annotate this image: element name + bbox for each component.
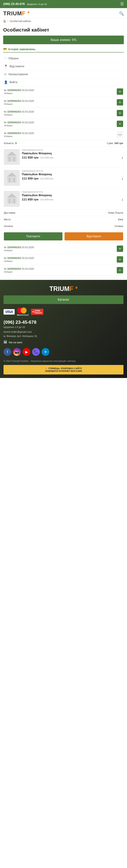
footer-schedule: Щоденно з 9 до 18 (3, 326, 124, 329)
expand-order-button[interactable]: + (117, 246, 123, 252)
expand-order-button[interactable]: + (117, 110, 123, 116)
footer-phone[interactable]: (096) 23-45-678 (3, 319, 124, 325)
breadcrumb-separator: > (7, 20, 9, 23)
order-row[interactable]: № 3255056253 03.03.2020 Успішно + (3, 119, 124, 129)
expand-order-button[interactable]: + (117, 267, 123, 273)
svg-rect-13 (14, 199, 15, 204)
viber-button[interactable]: 📞 (32, 348, 40, 356)
repeat-order-button[interactable]: Повторити (4, 232, 62, 241)
order-number: № 3255056253 03.03.2020 (4, 99, 117, 102)
facebook-button[interactable]: f (3, 348, 11, 356)
track-order-button[interactable]: Відстежити (65, 232, 123, 241)
order-status: Успішно (4, 271, 117, 273)
expand-order-button[interactable]: + (117, 99, 123, 105)
expand-order-button[interactable]: + (117, 256, 123, 262)
logo[interactable]: TRIUMF ♛ (3, 10, 30, 17)
order-row[interactable]: № 3255056253 03.03.2020 Успішно + (3, 265, 124, 276)
search-button[interactable]: 🔍 (119, 11, 124, 16)
nova-poshta-logo: ✉ НОВАПОШТА (31, 309, 43, 315)
product-details: ПАВІЛЬЙОНИ КРУГЛІ Павільйон Флоренц 111 … (22, 149, 123, 159)
product-details: ПАВІЛЬЙОНИ КРУГЛІ Павільйон Флоренц 111 … (22, 170, 123, 180)
gazebo-thumbnail (6, 151, 18, 163)
order-status: Успішно (4, 135, 117, 137)
order-number: № 3255056253 03.03.2020 (4, 268, 117, 270)
order-row[interactable]: № 3255056253 03.03.2020 Успішно + (3, 254, 124, 265)
product-quantity: 1 (122, 156, 123, 159)
telegram-button[interactable]: ✈ (42, 348, 49, 356)
logout-icon: 👤 (4, 80, 8, 84)
dev-sub: ЗАМОВИТИ ІНТЕРНЕТ-МАГАЗИН (45, 370, 82, 372)
phone-number[interactable]: (096) 23-45-678 (3, 2, 25, 6)
footer-logo[interactable]: TRIUMF ♛ (3, 285, 124, 292)
product-category: ПАВІЛЬЙОНИ КРУГЛІ (22, 149, 123, 151)
footer-catalog-button[interactable]: Каталог (3, 296, 124, 304)
order-number: № 3255056253 03.03.2020 (4, 257, 117, 259)
gear-icon: ⚙ (4, 72, 7, 76)
product-quantity: 1 (122, 198, 123, 201)
visa-logo: VISA (3, 309, 15, 315)
footer-map-link[interactable]: 🏛 Ми на мапі (3, 340, 124, 344)
favorites-label: Обране (8, 57, 19, 60)
product-name: Павільйон Флоренц (22, 152, 123, 155)
mastercard-logo: MasterCard (17, 308, 29, 316)
hamburger-menu[interactable]: ☰ (120, 2, 124, 6)
schedule-text: Щоденно з 9 до 18 (27, 3, 47, 5)
logo-accent: F (22, 10, 26, 17)
track-label: Відстежити (9, 65, 24, 68)
track-item[interactable]: 📍 Відстежити (3, 63, 124, 70)
sum-label: Сума: 345 грн (107, 142, 123, 145)
svg-rect-12 (9, 199, 10, 204)
header-phone-schedule: (096) 23-45-678 Щоденно з 9 до 18 (3, 2, 47, 6)
settings-label: Налаштування (8, 73, 28, 76)
product-quantity: 1 (122, 177, 123, 180)
home-icon[interactable]: 🏠 (3, 20, 6, 23)
footer: TRIUMF ♛ Каталог VISA MasterCard ✉ НОВАП… (0, 280, 127, 378)
order-row[interactable]: № 3255056253 03.03.2020 Успішно + (3, 86, 124, 97)
svg-marker-9 (7, 173, 17, 176)
city-label: Місто (4, 218, 10, 221)
delivery-value: Нова Пошта (108, 211, 123, 214)
city-row: Місто Київ (3, 216, 124, 223)
product-price: 111 659 грн (22, 198, 39, 201)
orders-section-title: 💳 Історія замовлень (3, 48, 124, 53)
orders-section-label: Історія замовлень (8, 48, 35, 51)
logout-item[interactable]: 👤 Вийти (3, 79, 124, 86)
footer-logo-accent: F (70, 285, 73, 292)
order-row[interactable]: № 3255056253 03.03.2020 Успішно + (3, 243, 124, 254)
map-link-text: Ми на мапі (9, 341, 22, 344)
footer-dev-banner[interactable]: ✦ ГЛЯНЕЦЬ: РОЗРОБКА САЙТУ ЗАМОВИТИ ІНТЕР… (3, 365, 124, 374)
svg-rect-8 (14, 178, 15, 183)
page-title: Особистий кабінет (3, 27, 124, 33)
main-content: Особистий кабінет Ваша знижка: 5% 💳 Істо… (0, 24, 127, 280)
instagram-button[interactable]: 📷 (13, 348, 21, 356)
logout-label: Вийти (9, 81, 18, 84)
favorites-item[interactable]: ♡ Обране (3, 55, 124, 63)
product-name: Павільйон Флоренц (22, 193, 123, 197)
product-price: 111 659 грн (22, 177, 39, 180)
gazebo-thumbnail (6, 193, 18, 205)
order-status: Успішно (4, 103, 117, 105)
youtube-button[interactable]: ▶ (23, 348, 30, 356)
order-row-expanded[interactable]: № 3255056253 03.03.2020 Успішно — (3, 129, 124, 140)
settings-item[interactable]: ⚙ Налаштування (3, 70, 124, 79)
breadcrumb: 🏠 > Особистий кабінет (0, 18, 127, 24)
svg-marker-4 (7, 152, 17, 155)
footer-email[interactable]: triumf.order@gmail.com (3, 330, 124, 333)
order-row[interactable]: № 3255056253 03.03.2020 Успішно + (3, 108, 124, 119)
svg-rect-3 (14, 157, 15, 161)
svg-rect-7 (9, 178, 10, 183)
order-summary: Кількість: 5 Сума: 345 грн (3, 140, 124, 147)
product-image (4, 149, 20, 165)
footer-copyright: © 2024 Triumph Pavilion – Виробник карка… (3, 359, 124, 363)
product-category: ПАВІЛЬЙОНИ КРУГЛІ (22, 170, 123, 172)
order-row[interactable]: № 3255056253 03.03.2020 Успішно + (3, 97, 124, 108)
delivery-row: Доставка Нова Пошта (3, 210, 124, 216)
dev-icon: ✦ (45, 367, 47, 370)
expand-order-button[interactable]: + (117, 121, 123, 127)
expand-order-button[interactable]: + (117, 88, 123, 95)
svg-rect-2 (9, 157, 10, 161)
collapse-order-button[interactable]: — (117, 131, 123, 138)
social-links: f 📷 ▶ 📞 ✈ (3, 348, 124, 356)
heart-icon: ♡ (4, 57, 7, 60)
product-row: ПАВІЛЬЙОНИ КРУГЛІ Павільйон Флоренц 111 … (3, 167, 124, 188)
